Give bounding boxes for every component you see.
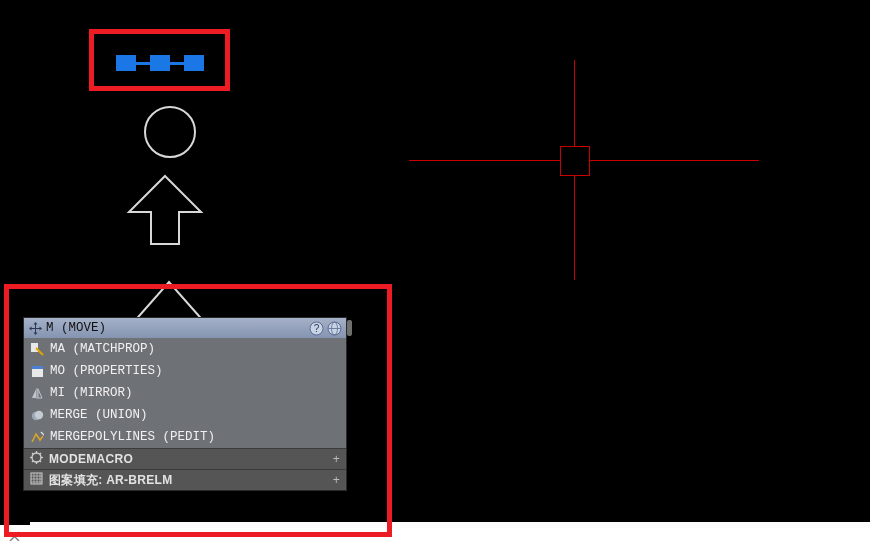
expand-icon[interactable]: + — [333, 473, 340, 487]
svg-line-17 — [39, 453, 41, 455]
properties-icon — [30, 364, 44, 378]
close-icon[interactable] — [8, 530, 20, 541]
autocomplete-item-label: MA (MATCHPROP) — [50, 342, 155, 356]
statusbar-strip — [30, 522, 870, 528]
scrollbar-thumb[interactable] — [347, 320, 352, 336]
pedit-icon — [30, 430, 44, 444]
linetype-square-icon — [150, 55, 170, 71]
svg-line-18 — [32, 460, 34, 462]
gear-icon — [30, 451, 43, 467]
linetype-dash-icon — [136, 62, 150, 65]
move-icon — [28, 321, 42, 335]
linetype-square-icon — [184, 55, 204, 71]
autocomplete-item-label: MO (PROPERTIES) — [50, 364, 163, 378]
mirror-icon — [30, 386, 44, 400]
hatch-label: 图案填充: AR-BRELM — [49, 472, 173, 489]
autocomplete-item-label: MI (MIRROR) — [50, 386, 133, 400]
svg-line-15 — [32, 453, 34, 455]
cad-drawing-canvas[interactable]: M (MOVE) ? MA (MATCHPROP) MO (PROPERTIES… — [0, 0, 870, 525]
hatch-icon — [30, 472, 43, 488]
matchprop-icon — [30, 342, 44, 356]
autocomplete-item[interactable]: MERGE (UNION) — [24, 404, 346, 426]
autocomplete-hatch-row[interactable]: 图案填充: AR-BRELM + — [24, 469, 346, 490]
autocomplete-header-label: M (MOVE) — [46, 321, 306, 335]
expand-icon[interactable]: + — [333, 452, 340, 466]
autocomplete-sysvar-row[interactable]: MODEMACRO + — [24, 448, 346, 469]
crosshair-pickbox — [560, 146, 590, 176]
svg-text:?: ? — [313, 323, 319, 334]
autocomplete-item-label: MERGE (UNION) — [50, 408, 148, 422]
crosshair-cursor — [574, 160, 575, 161]
autocomplete-list: MA (MATCHPROP) MO (PROPERTIES) MI (MIRRO… — [24, 338, 346, 448]
drawing-object-polyline-arrow[interactable] — [125, 172, 205, 250]
svg-rect-7 — [32, 366, 43, 369]
svg-point-9 — [34, 410, 42, 418]
autocomplete-item[interactable]: MI (MIRROR) — [24, 382, 346, 404]
command-autocomplete-panel[interactable]: M (MOVE) ? MA (MATCHPROP) MO (PROPERTIES… — [24, 318, 346, 490]
linetype-dash-icon — [170, 62, 184, 65]
command-line-stub[interactable] — [8, 530, 20, 541]
autocomplete-selected-row[interactable]: M (MOVE) ? — [24, 318, 346, 338]
autocomplete-item-label: MERGEPOLYLINES (PEDIT) — [50, 430, 215, 444]
help-icon[interactable]: ? — [308, 320, 324, 336]
autocomplete-item[interactable]: MA (MATCHPROP) — [24, 338, 346, 360]
linetype-square-icon — [116, 55, 136, 71]
union-icon — [30, 408, 44, 422]
linetype-preview — [116, 55, 204, 71]
autocomplete-item[interactable]: MERGEPOLYLINES (PEDIT) — [24, 426, 346, 448]
svg-rect-5 — [31, 343, 38, 352]
sysvar-label: MODEMACRO — [49, 452, 133, 466]
autocomplete-item[interactable]: MO (PROPERTIES) — [24, 360, 346, 382]
drawing-object-circle[interactable] — [144, 106, 196, 158]
svg-line-16 — [39, 460, 41, 462]
internet-search-icon[interactable] — [326, 320, 342, 336]
